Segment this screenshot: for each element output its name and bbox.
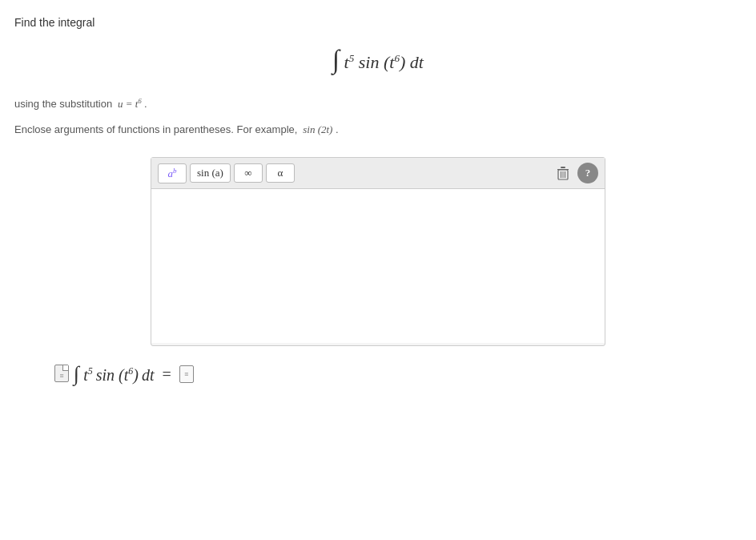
editor-toolbar: ab sin (a) ∞ α (151, 158, 605, 189)
sin-button[interactable]: sin (a) (190, 163, 231, 183)
substitution-text: using the substitution (14, 98, 112, 110)
help-button[interactable]: ? (577, 163, 598, 183)
main-formula: ∫ t5 sin (t6) dt (14, 45, 742, 75)
answer-row: ≡ ∫ t5 sin (t6) dt = ≡ (54, 362, 742, 386)
editor-wrapper: ab sin (a) ∞ α (14, 157, 742, 346)
main-formula-text: ∫ t5 sin (t6) dt (332, 52, 424, 72)
substitution-math: u = t6 (115, 98, 144, 110)
copy-formula-icon[interactable]: ≡ (54, 365, 69, 382)
instruction-end: . (336, 123, 339, 135)
answer-formula-prefix: ∫ t5 sin (t6) dt (74, 362, 154, 386)
page-title: Find the integral (14, 16, 742, 29)
page-container: Find the integral ∫ t5 sin (t6) dt using… (0, 0, 756, 540)
alpha-label: α (277, 167, 283, 179)
instruction-text: Enclose arguments of functions in parent… (14, 123, 297, 135)
instruction-example: sin (2t) (300, 123, 332, 135)
svg-rect-1 (561, 167, 565, 168)
superscript-label: ab (168, 167, 177, 179)
answer-input[interactable] (151, 189, 605, 343)
sin-label: sin (a) (197, 167, 223, 179)
math-editor: ab sin (a) ∞ α (151, 157, 605, 346)
equals-sign: = (162, 365, 171, 384)
trash-button[interactable] (552, 163, 574, 183)
superscript-button[interactable]: ab (158, 163, 187, 183)
help-label: ? (585, 167, 591, 179)
infinity-label: ∞ (244, 167, 251, 179)
instruction-line: Enclose arguments of functions in parent… (14, 123, 742, 136)
answer-placeholder-icon[interactable]: ≡ (179, 365, 194, 383)
infinity-button[interactable]: ∞ (234, 163, 263, 183)
alpha-button[interactable]: α (266, 163, 295, 183)
substitution-line: using the substitution u = t6 . (14, 97, 742, 111)
trash-icon (557, 166, 569, 180)
